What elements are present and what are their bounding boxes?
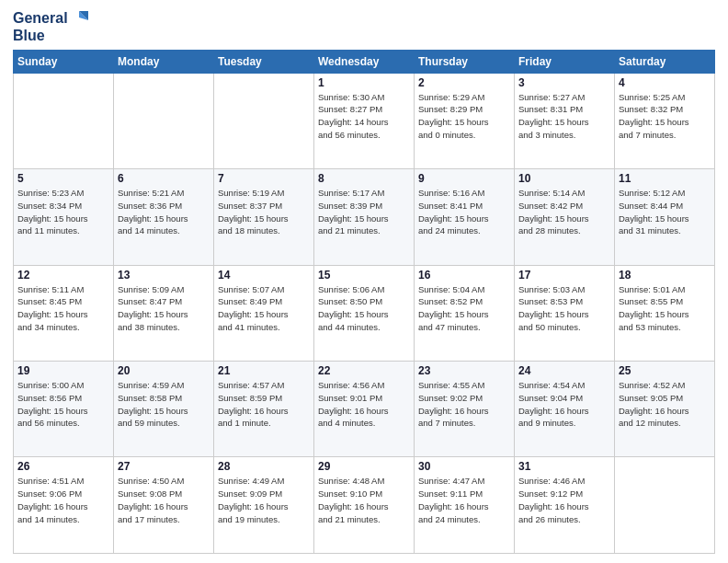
calendar-table: SundayMondayTuesdayWednesdayThursdayFrid… <box>13 50 715 554</box>
weekday-header-thursday: Thursday <box>415 50 515 73</box>
weekday-header-friday: Friday <box>515 50 615 73</box>
calendar-cell: 27Sunrise: 4:50 AM Sunset: 9:08 PM Dayli… <box>114 457 214 554</box>
day-info: Sunrise: 4:48 AM Sunset: 9:10 PM Dayligh… <box>318 475 410 525</box>
calendar-week-1: 1Sunrise: 5:30 AM Sunset: 8:27 PM Daylig… <box>14 73 715 168</box>
day-info: Sunrise: 5:07 AM Sunset: 8:49 PM Dayligh… <box>218 283 310 334</box>
day-info: Sunrise: 5:19 AM Sunset: 8:37 PM Dayligh… <box>218 187 310 237</box>
calendar-week-2: 5Sunrise: 5:23 AM Sunset: 8:34 PM Daylig… <box>14 169 715 265</box>
day-number: 8 <box>318 172 410 185</box>
calendar-cell: 17Sunrise: 5:03 AM Sunset: 8:53 PM Dayli… <box>515 265 615 361</box>
calendar-cell <box>14 73 114 168</box>
day-info: Sunrise: 5:12 AM Sunset: 8:44 PM Dayligh… <box>619 187 711 237</box>
day-info: Sunrise: 5:14 AM Sunset: 8:42 PM Dayligh… <box>518 187 610 237</box>
day-number: 16 <box>418 269 510 282</box>
calendar-cell: 26Sunrise: 4:51 AM Sunset: 9:06 PM Dayli… <box>14 457 114 554</box>
day-number: 14 <box>218 269 310 282</box>
calendar-cell: 31Sunrise: 4:46 AM Sunset: 9:12 PM Dayli… <box>515 457 615 554</box>
page: General Blue SundayMondayTuesdayWednesda… <box>0 0 728 563</box>
day-number: 23 <box>418 364 510 377</box>
calendar-cell: 28Sunrise: 4:49 AM Sunset: 9:09 PM Dayli… <box>214 457 314 554</box>
day-info: Sunrise: 5:21 AM Sunset: 8:36 PM Dayligh… <box>118 187 210 237</box>
day-info: Sunrise: 4:57 AM Sunset: 8:59 PM Dayligh… <box>218 379 310 430</box>
day-number: 24 <box>518 364 610 377</box>
day-number: 9 <box>418 172 510 185</box>
calendar-cell: 21Sunrise: 4:57 AM Sunset: 8:59 PM Dayli… <box>214 362 314 457</box>
day-info: Sunrise: 5:23 AM Sunset: 8:34 PM Dayligh… <box>17 187 109 237</box>
calendar-cell: 12Sunrise: 5:11 AM Sunset: 8:45 PM Dayli… <box>14 265 114 361</box>
day-info: Sunrise: 4:49 AM Sunset: 9:09 PM Dayligh… <box>218 475 310 525</box>
calendar-cell: 9Sunrise: 5:16 AM Sunset: 8:41 PM Daylig… <box>415 169 515 265</box>
day-info: Sunrise: 5:16 AM Sunset: 8:41 PM Dayligh… <box>418 187 510 237</box>
day-number: 10 <box>518 172 610 185</box>
day-info: Sunrise: 4:52 AM Sunset: 9:05 PM Dayligh… <box>619 379 711 430</box>
day-number: 17 <box>518 269 610 282</box>
calendar-cell: 11Sunrise: 5:12 AM Sunset: 8:44 PM Dayli… <box>615 169 715 265</box>
day-info: Sunrise: 4:59 AM Sunset: 8:58 PM Dayligh… <box>118 379 210 430</box>
day-number: 15 <box>318 269 410 282</box>
day-info: Sunrise: 5:17 AM Sunset: 8:39 PM Dayligh… <box>318 187 410 237</box>
calendar-cell: 30Sunrise: 4:47 AM Sunset: 9:11 PM Dayli… <box>415 457 515 554</box>
day-number: 4 <box>619 76 711 89</box>
calendar-cell: 16Sunrise: 5:04 AM Sunset: 8:52 PM Dayli… <box>415 265 515 361</box>
day-info: Sunrise: 4:51 AM Sunset: 9:06 PM Dayligh… <box>17 475 109 525</box>
calendar-week-3: 12Sunrise: 5:11 AM Sunset: 8:45 PM Dayli… <box>14 265 715 361</box>
weekday-header-tuesday: Tuesday <box>214 50 314 73</box>
calendar-cell: 7Sunrise: 5:19 AM Sunset: 8:37 PM Daylig… <box>214 169 314 265</box>
calendar-cell: 18Sunrise: 5:01 AM Sunset: 8:55 PM Dayli… <box>615 265 715 361</box>
day-info: Sunrise: 5:04 AM Sunset: 8:52 PM Dayligh… <box>418 283 510 334</box>
day-info: Sunrise: 4:47 AM Sunset: 9:11 PM Dayligh… <box>418 475 510 525</box>
calendar-cell: 1Sunrise: 5:30 AM Sunset: 8:27 PM Daylig… <box>314 73 415 168</box>
day-info: Sunrise: 5:09 AM Sunset: 8:47 PM Dayligh… <box>118 283 210 334</box>
calendar-cell <box>615 457 715 554</box>
day-number: 31 <box>518 460 610 473</box>
day-info: Sunrise: 4:55 AM Sunset: 9:02 PM Dayligh… <box>418 379 510 430</box>
day-number: 3 <box>518 76 610 89</box>
day-info: Sunrise: 5:00 AM Sunset: 8:56 PM Dayligh… <box>17 379 109 430</box>
day-number: 11 <box>619 172 711 185</box>
calendar-cell: 13Sunrise: 5:09 AM Sunset: 8:47 PM Dayli… <box>114 265 214 361</box>
weekday-header-saturday: Saturday <box>615 50 715 73</box>
weekday-header-wednesday: Wednesday <box>314 50 415 73</box>
calendar-cell: 29Sunrise: 4:48 AM Sunset: 9:10 PM Dayli… <box>314 457 415 554</box>
day-info: Sunrise: 4:56 AM Sunset: 9:01 PM Dayligh… <box>318 379 410 430</box>
weekday-header-sunday: Sunday <box>14 50 114 73</box>
header: General Blue <box>13 9 715 44</box>
calendar-cell: 20Sunrise: 4:59 AM Sunset: 8:58 PM Dayli… <box>114 362 214 457</box>
day-info: Sunrise: 4:50 AM Sunset: 9:08 PM Dayligh… <box>118 475 210 525</box>
day-info: Sunrise: 5:30 AM Sunset: 8:27 PM Dayligh… <box>318 91 410 142</box>
day-info: Sunrise: 5:06 AM Sunset: 8:50 PM Dayligh… <box>318 283 410 334</box>
day-info: Sunrise: 5:29 AM Sunset: 8:29 PM Dayligh… <box>418 91 510 142</box>
calendar-cell: 6Sunrise: 5:21 AM Sunset: 8:36 PM Daylig… <box>114 169 214 265</box>
weekday-header-row: SundayMondayTuesdayWednesdayThursdayFrid… <box>14 50 715 73</box>
logo: General Blue <box>13 9 88 44</box>
day-info: Sunrise: 5:03 AM Sunset: 8:53 PM Dayligh… <box>518 283 610 334</box>
day-number: 13 <box>118 269 210 282</box>
day-number: 6 <box>118 172 210 185</box>
day-number: 18 <box>619 269 711 282</box>
day-number: 26 <box>17 460 109 473</box>
calendar-cell: 23Sunrise: 4:55 AM Sunset: 9:02 PM Dayli… <box>415 362 515 457</box>
day-number: 29 <box>318 460 410 473</box>
calendar-cell: 19Sunrise: 5:00 AM Sunset: 8:56 PM Dayli… <box>14 362 114 457</box>
calendar-cell: 25Sunrise: 4:52 AM Sunset: 9:05 PM Dayli… <box>615 362 715 457</box>
calendar-cell: 3Sunrise: 5:27 AM Sunset: 8:31 PM Daylig… <box>515 73 615 168</box>
day-info: Sunrise: 4:46 AM Sunset: 9:12 PM Dayligh… <box>518 475 610 525</box>
day-number: 2 <box>418 76 510 89</box>
calendar-cell <box>214 73 314 168</box>
day-number: 20 <box>118 364 210 377</box>
calendar-cell: 5Sunrise: 5:23 AM Sunset: 8:34 PM Daylig… <box>14 169 114 265</box>
day-number: 28 <box>218 460 310 473</box>
day-number: 19 <box>17 364 109 377</box>
calendar-cell: 2Sunrise: 5:29 AM Sunset: 8:29 PM Daylig… <box>415 73 515 168</box>
calendar-cell: 14Sunrise: 5:07 AM Sunset: 8:49 PM Dayli… <box>214 265 314 361</box>
day-number: 22 <box>318 364 410 377</box>
day-info: Sunrise: 4:54 AM Sunset: 9:04 PM Dayligh… <box>518 379 610 430</box>
calendar-cell: 10Sunrise: 5:14 AM Sunset: 8:42 PM Dayli… <box>515 169 615 265</box>
calendar-cell: 8Sunrise: 5:17 AM Sunset: 8:39 PM Daylig… <box>314 169 415 265</box>
logo-triangle-icon <box>70 9 88 28</box>
day-number: 21 <box>218 364 310 377</box>
calendar-cell: 4Sunrise: 5:25 AM Sunset: 8:32 PM Daylig… <box>615 73 715 168</box>
day-number: 12 <box>17 269 109 282</box>
day-number: 7 <box>218 172 310 185</box>
day-info: Sunrise: 5:11 AM Sunset: 8:45 PM Dayligh… <box>17 283 109 334</box>
